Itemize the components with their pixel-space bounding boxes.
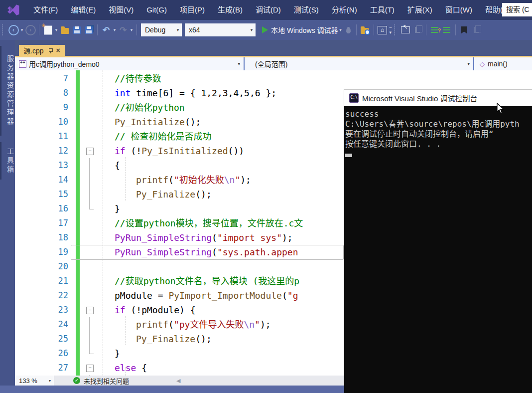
- fold-collapse-icon[interactable]: −: [86, 307, 94, 314]
- code-text: if (!Py_IsInitialized()): [115, 144, 244, 158]
- sidebar-item-server-explorer[interactable]: 服务器资源管理器: [0, 46, 15, 136]
- copy-parallel-icon[interactable]: [412, 24, 423, 36]
- editor-navigation-bar: ⁺⁺ 用c调用python_demo0 ▾ (全局范围) ▾ ◇ main(): [16, 57, 532, 70]
- code-text: //设置python模块，搜寻位置，文件放在.c文: [115, 216, 303, 230]
- line-number: 9: [42, 100, 68, 115]
- code-text: Py_Finalize();: [136, 332, 212, 346]
- menu-item-11[interactable]: 窗口(W): [439, 0, 479, 20]
- start-debugging-button[interactable]: 本地 Windows 调试器: [271, 25, 338, 35]
- console-line-2: 要在调试停止时自动关闭控制台，请启用“: [345, 129, 532, 139]
- zoom-level-select[interactable]: 133 %▾: [15, 376, 54, 386]
- visual-studio-logo-icon: [7, 4, 20, 16]
- vs-ide-window: 文件(F)编辑(E)视图(V)Git(G)项目(P)生成(B)调试(D)测试(S…: [0, 0, 532, 393]
- code-text: //获取python文件名，导入模块 (我这里的p: [115, 274, 299, 288]
- left-tool-sidebar: 服务器资源管理器 工具箱: [0, 40, 15, 386]
- toolbar-separator: [39, 24, 39, 35]
- comment-lines-icon[interactable]: [441, 24, 452, 36]
- line-number: 12: [42, 144, 68, 158]
- navigate-back-dropdown[interactable]: ▾: [19, 27, 24, 32]
- code-text: // 检查初始化是否成功: [115, 129, 212, 144]
- code-text: int time[6] = { 1,2,3,4,5,6 };: [115, 86, 276, 100]
- home-icon[interactable]: ⌂: [377, 24, 388, 36]
- undo-button[interactable]: ↷: [101, 24, 112, 36]
- fold-guide-line: [89, 201, 94, 209]
- fold-guide-line: [89, 317, 90, 332]
- line-number: 17: [42, 216, 68, 230]
- debug-console-window[interactable]: C:\ Microsoft Visual Studio 调试控制台 succes…: [344, 89, 532, 393]
- toolbar-separator: [374, 24, 374, 35]
- menu-item-5[interactable]: 生成(B): [211, 0, 249, 20]
- line-number: 15: [42, 187, 68, 201]
- hot-reload-icon[interactable]: [346, 27, 351, 33]
- menu-item-1[interactable]: 编辑(E): [64, 0, 102, 20]
- line-number: 7: [42, 71, 68, 86]
- redo-button[interactable]: ↷: [118, 24, 129, 36]
- menu-item-7[interactable]: 测试(S): [287, 0, 325, 20]
- code-text: PyRun_SimpleString("import sys");: [115, 230, 293, 245]
- menu-item-6[interactable]: 调试(D): [249, 0, 287, 20]
- new-project-dropdown[interactable]: ▾: [54, 27, 59, 32]
- line-number: 24: [42, 317, 68, 332]
- new-project-button[interactable]: [42, 24, 53, 36]
- code-health-indicator[interactable]: ✓ 未找到相关问题: [73, 376, 129, 386]
- solution-platform-select[interactable]: x64▾: [185, 23, 256, 36]
- save-button[interactable]: [71, 24, 82, 36]
- menu-item-2[interactable]: 视图(V): [102, 0, 140, 20]
- line-number: 13: [42, 158, 68, 173]
- fold-collapse-icon[interactable]: −: [86, 148, 94, 155]
- start-debugging-play-icon[interactable]: [262, 26, 268, 33]
- line-number: 20: [42, 259, 68, 274]
- navbar-divider: [473, 57, 474, 70]
- project-dropdown[interactable]: ⁺⁺ 用c调用python_demo0 ▾: [16, 57, 243, 70]
- navigate-back-button[interactable]: ‹: [8, 24, 19, 36]
- previous-bookmark-icon[interactable]: [471, 24, 482, 36]
- menu-item-0[interactable]: 文件(F): [27, 0, 64, 20]
- menu-item-10[interactable]: 扩展(X): [401, 0, 439, 20]
- line-number: 27: [42, 361, 68, 375]
- close-tab-icon[interactable]: ×: [56, 47, 60, 54]
- line-number: 16: [42, 201, 68, 216]
- menu-item-4[interactable]: 项目(P): [173, 0, 211, 20]
- line-number: 22: [42, 288, 68, 303]
- undo-dropdown[interactable]: ▾: [112, 27, 117, 32]
- toolbar-grip[interactable]: [394, 24, 397, 35]
- scope-dropdown[interactable]: (全局范围) ▾: [245, 57, 473, 70]
- menu-item-8[interactable]: 分析(N): [325, 0, 364, 20]
- save-all-button[interactable]: [83, 24, 94, 36]
- console-output[interactable]: successC:\Users\春荠\source\repos\用c调用pyth…: [344, 106, 532, 393]
- member-dropdown[interactable]: ◇ main(): [475, 57, 532, 70]
- sidebar-item-toolbox[interactable]: 工具箱: [0, 142, 15, 180]
- scope-name: (全局范围): [255, 59, 287, 69]
- bookmark-icon[interactable]: [459, 24, 470, 36]
- redo-dropdown[interactable]: ▾: [129, 27, 134, 32]
- toolbar-separator: [136, 24, 137, 35]
- line-number: 18: [42, 230, 68, 245]
- fold-guide-line: [89, 158, 90, 173]
- select-element-icon[interactable]: [400, 24, 411, 36]
- start-debugging-dropdown[interactable]: ▾: [338, 27, 343, 32]
- menu-item-list: 文件(F)编辑(E)视图(V)Git(G)项目(P)生成(B)调试(D)测试(S…: [27, 0, 517, 20]
- code-text: pModule = PyImport_ImportModule("g: [115, 288, 298, 303]
- pin-tab-icon[interactable]: [48, 48, 52, 53]
- solution-configuration-select[interactable]: Debug▾: [141, 23, 182, 36]
- code-text: printf("py文件导入失败\n");: [136, 317, 271, 332]
- toolbar-grip[interactable]: [2, 24, 5, 35]
- code-text: if (!pModule) {: [115, 303, 196, 317]
- find-in-files-icon[interactable]: [360, 24, 371, 36]
- console-title: Microsoft Visual Studio 调试控制台: [362, 93, 477, 103]
- fold-collapse-icon[interactable]: −: [86, 365, 94, 372]
- search-input[interactable]: 搜索 (C: [502, 3, 532, 16]
- code-text: }: [115, 201, 120, 216]
- code-line-7[interactable]: 7//待传参数: [15, 71, 532, 86]
- code-text: //待传参数: [115, 71, 161, 86]
- line-number: 11: [42, 129, 68, 144]
- open-file-button[interactable]: [59, 24, 70, 36]
- home-dropdown[interactable]: –▾: [390, 25, 392, 35]
- navigate-forward-button[interactable]: ›: [25, 24, 36, 36]
- menu-item-9[interactable]: 工具(T): [364, 0, 401, 20]
- toolbar: ‹ ▾ › ▾ ↷ ▾ ↷ ▾ Debug▾ x64▾ 本地 Windows 调…: [0, 20, 532, 40]
- menu-item-3[interactable]: Git(G): [140, 0, 173, 20]
- hscroll-left-arrow[interactable]: ◀: [176, 378, 180, 384]
- tab-source-cpp[interactable]: 源.cpp ×: [19, 45, 65, 56]
- toolbar-separator: [97, 24, 98, 35]
